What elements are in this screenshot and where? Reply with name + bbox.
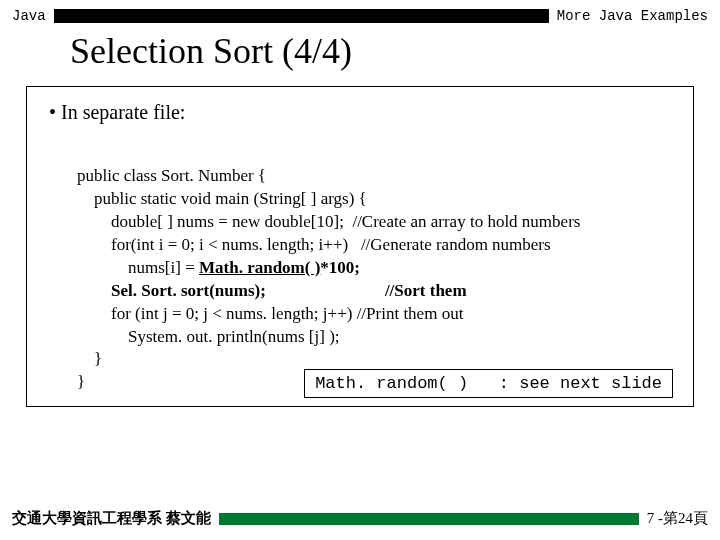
header-right-label: More Java Examples [557,8,708,24]
code-highlight: Math. random( ) [199,258,320,277]
header: Java More Java Examples [0,0,720,24]
code-line: for (int j = 0; j < nums. length; j++) /… [77,304,463,323]
content-box: • In separate file: public class Sort. N… [26,86,694,407]
code-line: Sel. Sort. sort(nums); //Sort them [77,281,467,300]
footer-left: 交通大學資訊工程學系 蔡文能 [12,509,211,528]
note-box: Math. random( ) : see next slide [304,369,673,398]
slide-title: Selection Sort (4/4) [0,24,720,86]
code-seg: nums[i] = [77,258,199,277]
code-line: } [77,349,102,368]
code-line: nums[i] = Math. random( )*100; [77,258,360,277]
footer-right: 7 -第24頁 [647,509,708,528]
code-line: } [77,372,85,391]
bullet-text: • In separate file: [49,101,679,124]
header-bar [54,9,549,23]
code-line: double[ ] nums = new double[10]; //Creat… [77,212,580,231]
code-seg: *100; [320,258,360,277]
code-line: public static void main (String[ ] args)… [77,189,367,208]
header-left-label: Java [12,8,46,24]
code-line: public class Sort. Number { [77,166,266,185]
code-block: public class Sort. Number { public stati… [77,142,679,394]
footer-bar [219,513,639,525]
code-line: System. out. println(nums [j] ); [77,327,340,346]
code-line: for(int i = 0; i < nums. length; i++) //… [77,235,551,254]
footer: 交通大學資訊工程學系 蔡文能 7 -第24頁 [0,509,720,528]
